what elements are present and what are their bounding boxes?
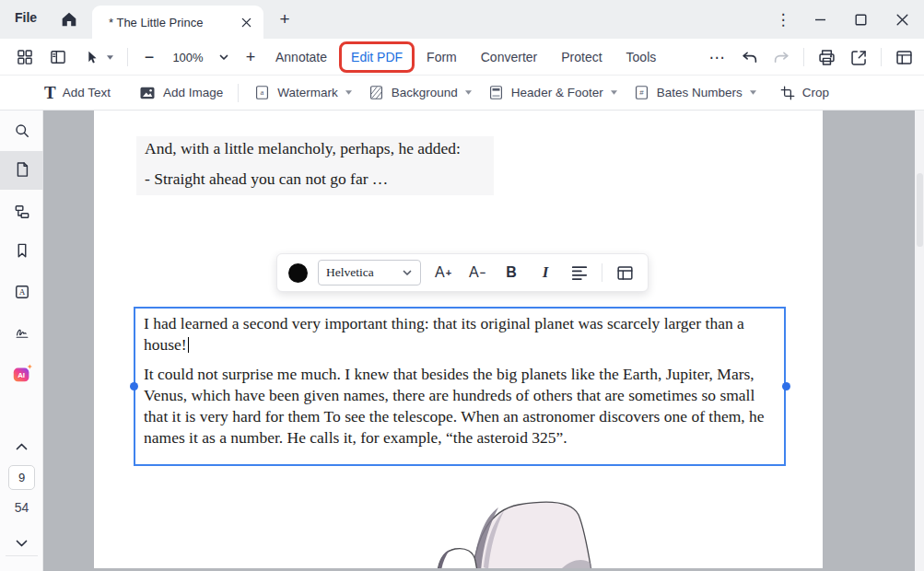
align-left-icon <box>570 264 589 281</box>
titlebar: File * The Little Prince + ⋮ <box>0 0 924 39</box>
print-button[interactable] <box>816 47 836 67</box>
previous-page-button[interactable] <box>0 436 43 458</box>
crop-button[interactable]: Crop <box>779 85 829 101</box>
resize-handle-left[interactable] <box>130 382 138 390</box>
font-color-swatch[interactable] <box>288 263 308 283</box>
ai-assistant-icon: AI <box>11 363 33 385</box>
textbox-paragraph[interactable]: It could not surprise me much. I knew th… <box>144 364 776 449</box>
zoom-in-button[interactable]: + <box>242 48 259 67</box>
grid-icon <box>16 48 34 66</box>
sidebar-bookmarks-button[interactable] <box>0 239 43 262</box>
new-tab-button[interactable]: + <box>275 9 295 29</box>
maximize-button[interactable] <box>849 8 871 30</box>
menu-tools[interactable]: Tools <box>626 50 657 64</box>
sidebar-signature-button[interactable] <box>0 321 43 344</box>
home-button[interactable] <box>59 9 79 29</box>
header-footer-button[interactable]: Header & Footer <box>487 84 618 101</box>
tab-close-button[interactable] <box>236 12 256 32</box>
sidebar-outline-button[interactable] <box>0 201 43 223</box>
font-family-select[interactable]: Helvetica <box>318 260 421 286</box>
bates-numbers-button[interactable]: # Bates Numbers <box>633 84 757 101</box>
properties-panel-button[interactable] <box>613 261 637 285</box>
undo-icon <box>740 48 759 67</box>
selected-text-box[interactable]: I had learned a second very important th… <box>134 307 786 466</box>
add-image-icon <box>138 84 157 102</box>
background-button[interactable]: Background <box>368 84 473 101</box>
overflow-menu-button[interactable]: ⋮ <box>772 8 794 30</box>
grid-view-button[interactable] <box>15 47 35 67</box>
svg-text:#: # <box>639 88 644 97</box>
home-icon <box>59 9 79 29</box>
resize-handle-right[interactable] <box>782 382 790 390</box>
toolbar-separator <box>127 48 128 66</box>
add-text-button[interactable]: T Add Text <box>44 84 111 101</box>
toolbar-separator <box>238 84 239 102</box>
document-tab[interactable]: * The Little Prince <box>92 6 263 39</box>
share-export-button[interactable] <box>848 47 869 67</box>
watermark-button[interactable]: a Watermark <box>253 84 353 101</box>
svg-text:a: a <box>261 87 264 97</box>
watermark-icon: a <box>253 84 271 101</box>
menu-edit-pdf[interactable]: Edit PDF <box>351 50 403 64</box>
cursor-icon <box>83 49 100 66</box>
menu-converter[interactable]: Converter <box>481 50 537 64</box>
pdf-page[interactable]: And, with a little melancholy, perhaps, … <box>94 111 823 568</box>
minimize-button[interactable] <box>809 8 831 30</box>
properties-panel-icon <box>615 264 635 282</box>
page-thumbnail-icon <box>13 160 31 179</box>
close-window-button[interactable] <box>891 8 913 30</box>
chevron-down-icon <box>15 539 29 548</box>
zoom-out-button[interactable]: − <box>141 48 158 67</box>
sidebar-annotations-button[interactable]: A <box>0 281 43 303</box>
caret-down-icon <box>106 54 114 61</box>
add-image-button[interactable]: Add Image <box>138 84 223 102</box>
align-button[interactable] <box>567 261 591 285</box>
ellipsis-icon: ⋯ <box>709 48 725 67</box>
annotation-icon: A <box>13 283 31 301</box>
select-tool-button[interactable] <box>81 47 101 67</box>
menu-annotate[interactable]: Annotate <box>275 50 327 64</box>
redo-button[interactable] <box>771 47 791 67</box>
left-sidebar: A AI 9 54 <box>0 111 43 571</box>
total-pages-label: 54 <box>0 500 43 515</box>
file-menu[interactable]: File <box>15 10 37 25</box>
side-panel-icon <box>49 48 67 66</box>
sidebar-thumbnails-button[interactable] <box>0 158 43 181</box>
document-text-line[interactable]: And, with a little melancholy, perhaps, … <box>145 139 461 158</box>
next-page-button[interactable] <box>0 532 43 554</box>
crop-icon <box>779 85 796 101</box>
panel-toggle-button[interactable] <box>48 47 68 67</box>
undo-button[interactable] <box>739 47 759 67</box>
more-options-button[interactable]: ⋯ <box>707 47 727 67</box>
sidebar-ai-button[interactable]: AI <box>0 363 43 385</box>
caret-down-icon <box>345 89 353 96</box>
increase-font-size-button[interactable]: A+ <box>431 261 455 285</box>
sidebar-search-button[interactable] <box>0 120 43 142</box>
current-page-input[interactable]: 9 <box>8 465 35 490</box>
select-tool-dropdown[interactable] <box>106 54 114 61</box>
tab-title: * The Little Prince <box>109 16 236 29</box>
toolbar-separator <box>881 48 882 66</box>
text-format-toolbar: Helvetica A+ A− B I <box>276 253 649 292</box>
reading-layout-button[interactable] <box>894 47 914 67</box>
caret-down-icon <box>749 89 757 96</box>
zoom-dropdown[interactable] <box>218 53 229 62</box>
plus-icon: + <box>279 9 289 29</box>
menu-form[interactable]: Form <box>427 50 457 64</box>
decrease-font-size-button[interactable]: A− <box>465 261 489 285</box>
signature-icon <box>13 323 31 342</box>
edit-toolbar: T Add Text Add Image a Watermark Backgro… <box>0 76 924 111</box>
textbox-paragraph[interactable]: I had learned a second very important th… <box>144 313 776 355</box>
scrollbar-thumb[interactable] <box>917 173 923 247</box>
menu-protect[interactable]: Protect <box>561 50 602 64</box>
toolbar-separator <box>602 263 602 282</box>
text-cursor <box>188 337 189 353</box>
bold-button[interactable]: B <box>499 261 523 285</box>
header-footer-icon <box>487 84 505 101</box>
italic-button[interactable]: I <box>533 261 557 285</box>
vertical-scrollbar[interactable] <box>915 111 924 571</box>
caret-down-icon <box>464 89 473 96</box>
print-icon <box>817 48 836 67</box>
close-icon <box>896 14 908 26</box>
document-text-line[interactable]: - Straight ahead you can not go far … <box>145 169 388 189</box>
